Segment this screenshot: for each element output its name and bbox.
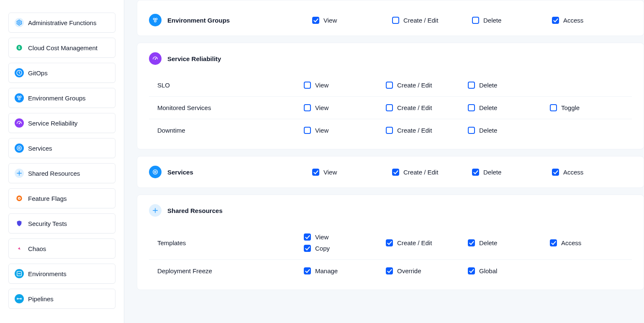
sidebar-item-service-reliability[interactable]: Service Reliability: [8, 113, 115, 133]
perm-label: Copy: [315, 245, 330, 252]
perm-label: Delete: [483, 17, 501, 24]
checkbox-services-delete[interactable]: [472, 169, 479, 176]
checkbox-service-reliability-view[interactable]: [304, 82, 311, 89]
perm-label: Global: [479, 267, 497, 274]
sidebar-item-label: Chaos: [28, 245, 46, 252]
section-env-groups: Environment GroupsViewCreate / EditDelet…: [137, 0, 644, 36]
checkbox-service-reliability-delete[interactable]: [468, 82, 475, 89]
sidebar-item-pipelines[interactable]: Pipelines: [8, 289, 115, 309]
perm-label: View: [315, 104, 328, 111]
sidebar: Administrative Functions$Cloud Cost Mana…: [0, 0, 124, 323]
flag-icon: [15, 194, 24, 203]
permission-row: DowntimeViewCreate / EditDelete: [149, 119, 632, 141]
checkbox-services-access[interactable]: [552, 169, 559, 176]
section-services: ServicesViewCreate / EditDeleteAccess: [137, 156, 644, 188]
gauge-icon: [15, 118, 24, 128]
checkbox-env-groups-view[interactable]: [312, 17, 319, 24]
shield-icon: [15, 219, 24, 228]
gauge-icon: [149, 52, 162, 65]
sidebar-item-shared-resources[interactable]: Shared Resources: [8, 163, 115, 183]
perm-label: Access: [563, 17, 583, 24]
perm-label: Create / Edit: [403, 169, 438, 176]
perm-label: Create / Edit: [397, 127, 432, 134]
sidebar-item-security-tests[interactable]: Security Tests: [8, 213, 115, 233]
perm-label: Delete: [479, 127, 497, 134]
service-icon: [149, 166, 162, 178]
perm-label: View: [315, 127, 328, 134]
envgroup-icon: [15, 93, 24, 103]
perm-label: Delete: [479, 82, 497, 89]
checkbox-shared-resources-create_edit[interactable]: [386, 239, 393, 246]
chaos-icon: [15, 244, 24, 253]
section-title: Services: [167, 169, 193, 176]
checkbox-service-reliability-create_edit[interactable]: [386, 127, 393, 134]
svg-point-13: [19, 198, 20, 199]
section-title: Environment Groups: [167, 17, 230, 24]
checkbox-shared-resources-access[interactable]: [550, 239, 557, 246]
checkbox-service-reliability-delete[interactable]: [468, 127, 475, 134]
perm-label: Override: [397, 267, 421, 274]
sidebar-item-environment-groups[interactable]: Environment Groups: [8, 88, 115, 108]
sidebar-item-label: Environment Groups: [28, 95, 86, 102]
pipeline-icon: [15, 294, 24, 303]
sidebar-item-label: Feature Flags: [28, 195, 67, 202]
section-header-row: ServicesViewCreate / EditDeleteAccess: [137, 156, 644, 187]
checkbox-shared-resources-copy[interactable]: [304, 245, 311, 252]
checkbox-env-groups-delete[interactable]: [472, 17, 479, 24]
checkbox-shared-resources-global[interactable]: [468, 267, 475, 274]
checkbox-service-reliability-create_edit[interactable]: [386, 104, 393, 111]
svg-point-4: [17, 96, 19, 97]
section-service-reliability: Service ReliabilitySLOViewCreate / EditD…: [137, 43, 644, 149]
sidebar-item-cloud-cost-management[interactable]: $Cloud Cost Management: [8, 38, 115, 58]
checkbox-service-reliability-delete[interactable]: [468, 104, 475, 111]
perm-label: View: [323, 17, 337, 24]
permission-row: Deployment FreezeManageOverrideGlobal: [149, 259, 632, 282]
checkbox-service-reliability-view[interactable]: [304, 127, 311, 134]
checkbox-env-groups-create_edit[interactable]: [392, 17, 399, 24]
sidebar-item-chaos[interactable]: Chaos: [8, 238, 115, 259]
checkbox-service-reliability-toggle[interactable]: [550, 104, 557, 111]
permission-row: Monitored ServicesViewCreate / EditDelet…: [149, 96, 632, 119]
perm-label: View: [315, 82, 328, 89]
deploy-icon: [15, 68, 24, 77]
perm-label: Create / Edit: [397, 82, 432, 89]
checkbox-shared-resources-view[interactable]: [304, 233, 311, 241]
checkbox-services-view[interactable]: [312, 169, 319, 176]
svg-point-17: [153, 18, 155, 20]
checkbox-shared-resources-override[interactable]: [386, 267, 393, 274]
checkbox-shared-resources-manage[interactable]: [304, 267, 311, 274]
perm-label: Delete: [483, 169, 501, 176]
sidebar-item-gitops[interactable]: GitOps: [8, 63, 115, 83]
row-title: Downtime: [149, 127, 304, 134]
sidebar-item-label: Services: [28, 145, 52, 152]
perm-label: Create / Edit: [397, 104, 432, 111]
checkbox-service-reliability-view[interactable]: [304, 104, 311, 111]
service-icon: [15, 144, 24, 153]
row-title: Templates: [149, 239, 304, 246]
envgroup-icon: [149, 14, 162, 26]
section-shared-resources: Shared ResourcesTemplatesViewCopyCreate …: [137, 195, 644, 290]
checkbox-shared-resources-delete[interactable]: [468, 239, 475, 246]
checkbox-env-groups-access[interactable]: [552, 17, 559, 24]
sidebar-item-administrative-functions[interactable]: Administrative Functions: [8, 13, 115, 33]
section-title: Shared Resources: [167, 207, 223, 214]
sidebar-item-label: Security Tests: [28, 220, 67, 227]
section-header: Shared Resources: [137, 195, 644, 226]
env-icon: [15, 269, 24, 278]
sidebar-item-environments[interactable]: Environments: [8, 264, 115, 284]
row-title: SLO: [149, 82, 304, 89]
perm-label: Delete: [479, 104, 497, 111]
sidebar-item-feature-flags[interactable]: Feature Flags: [8, 188, 115, 208]
checkbox-services-create_edit[interactable]: [392, 169, 399, 176]
section-header: Service Reliability: [137, 43, 644, 74]
sidebar-item-services[interactable]: Services: [8, 138, 115, 158]
perm-label: View: [315, 233, 328, 241]
sidebar-item-label: Service Reliability: [28, 120, 77, 127]
perm-label: Manage: [315, 267, 338, 274]
checkbox-service-reliability-create_edit[interactable]: [386, 82, 393, 89]
sidebar-item-label: GitOps: [28, 69, 48, 77]
sidebar-item-label: Administrative Functions: [28, 19, 96, 26]
svg-point-19: [154, 21, 156, 22]
svg-point-23: [155, 210, 156, 211]
main-content: Environment GroupsViewCreate / EditDelet…: [124, 0, 644, 323]
